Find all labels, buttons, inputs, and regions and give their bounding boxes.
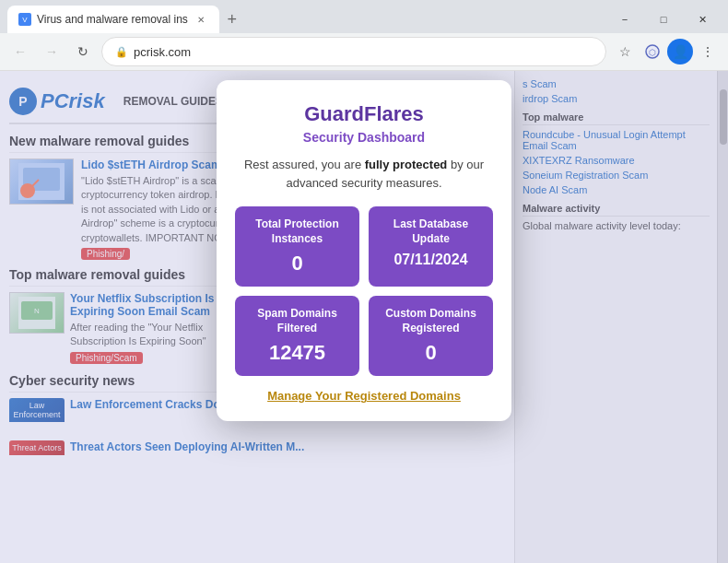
modal-overlay: GuardFlares Security Dashboard Rest assu…	[0, 71, 728, 563]
menu-button[interactable]: ⋮	[695, 39, 721, 65]
card4-title: Custom Domains Registered	[376, 307, 486, 335]
active-tab[interactable]: V Virus and malware removal ins ✕	[7, 6, 219, 33]
toolbar-icons: ☆ ⬡ 👤 ⋮	[612, 39, 721, 65]
modal-subtitle: Security Dashboard	[235, 130, 493, 145]
new-tab-button[interactable]: +	[219, 6, 245, 32]
stat-card-1: Total Protection Instances 0	[235, 206, 359, 287]
tab-favicon: V	[18, 13, 31, 26]
tab-bar: V Virus and malware removal ins ✕ + − □ …	[0, 0, 728, 33]
modal-title: GuardFlares	[235, 102, 493, 126]
card1-title: Total Protection Instances	[242, 217, 352, 246]
forward-button[interactable]: →	[39, 39, 65, 65]
svg-text:⬡: ⬡	[649, 48, 656, 57]
extension-button[interactable]: ⬡	[640, 39, 665, 65]
stat-card-2: Last Database Update 07/11/2024	[369, 206, 493, 287]
card1-value: 0	[242, 252, 352, 276]
maximize-button[interactable]: □	[645, 6, 682, 32]
url-text: pcrisk.com	[134, 45, 191, 59]
url-lock-icon: 🔒	[115, 46, 128, 58]
minimize-button[interactable]: −	[606, 6, 643, 32]
back-button[interactable]: ←	[7, 39, 33, 65]
address-bar: ← → ↻ 🔒 pcrisk.com ☆ ⬡ 👤 ⋮	[0, 33, 728, 70]
profile-button[interactable]: 👤	[667, 39, 693, 65]
desc-bold: fully protected	[365, 158, 448, 171]
stat-card-3: Spam Domains Filtered 12475	[235, 296, 359, 376]
manage-domains-link[interactable]: Manage Your Registered Domains	[235, 389, 493, 403]
browser-chrome: V Virus and malware removal ins ✕ + − □ …	[0, 0, 728, 71]
card2-value: 07/11/2024	[376, 252, 486, 268]
close-button[interactable]: ✕	[684, 6, 721, 32]
reload-button[interactable]: ↻	[70, 39, 96, 65]
tab-title: Virus and malware removal ins	[37, 13, 188, 26]
tab-close-button[interactable]: ✕	[194, 12, 208, 27]
card3-value: 12475	[242, 341, 352, 365]
modal-dialog: GuardFlares Security Dashboard Rest assu…	[217, 80, 511, 421]
stats-grid: Total Protection Instances 0 Last Databa…	[235, 206, 493, 376]
page-content: P PCrisk REMOVAL GUIDES NEW New malware …	[0, 71, 728, 563]
window-controls: − □ ✕	[606, 6, 721, 32]
desc-prefix: Rest assured, you are	[244, 158, 365, 171]
card3-title: Spam Domains Filtered	[242, 307, 352, 335]
url-bar[interactable]: 🔒 pcrisk.com	[101, 37, 606, 66]
card4-value: 0	[376, 341, 486, 365]
card2-title: Last Database Update	[376, 217, 486, 246]
bookmark-button[interactable]: ☆	[612, 39, 638, 65]
stat-card-4: Custom Domains Registered 0	[369, 296, 493, 376]
modal-description: Rest assured, you are fully protected by…	[235, 156, 493, 192]
